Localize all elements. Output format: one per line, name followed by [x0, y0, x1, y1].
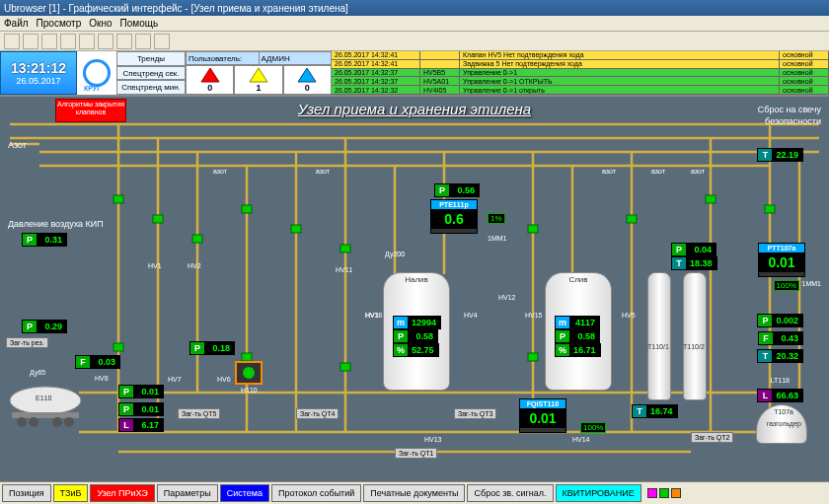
fbtn-uzel[interactable]: Узел ПРиХЭ — [90, 484, 154, 502]
ind-l617[interactable]: L6.17 — [118, 418, 164, 432]
svg-rect-33 — [706, 195, 716, 203]
trend-sec[interactable]: Спецтренд сек. — [116, 66, 186, 81]
ind-pte111p[interactable]: PTE111p 0.6 — [430, 199, 478, 234]
pct-100a: 100% — [580, 422, 606, 433]
event-row: 26.05.2017 14:32:41Задвижка 5 Нет подтве… — [332, 60, 829, 69]
btn-zag-rez[interactable]: Заг-ть рез. — [6, 337, 48, 348]
cyl-t1101[interactable] — [647, 272, 671, 400]
red-alarm-box[interactable]: Алгоритмы закрытия клапанов — [55, 99, 126, 122]
fbtn-tzib[interactable]: ТЗиБ — [53, 484, 89, 502]
lbl-hv15: HV15 — [525, 312, 543, 319]
btn-zag-qt1[interactable]: Заг-ть QT1 — [395, 448, 437, 459]
ind-l6663[interactable]: L66.63 — [757, 389, 803, 402]
event-log[interactable]: 26.05.2017 14:32:41Клапан HV5 Нет подтве… — [332, 51, 829, 95]
ind-p058b[interactable]: P0.58 — [555, 329, 600, 343]
ind-m12994[interactable]: m12994 — [393, 316, 441, 329]
btn-zag-qt3[interactable]: Заг-ть QT3 — [454, 408, 496, 419]
alarm-yellow[interactable]: 1 — [234, 65, 282, 95]
ind-t2219[interactable]: T22.19 — [757, 148, 803, 162]
lbl-h110: H110 — [241, 387, 258, 394]
tb-btn-9[interactable] — [154, 34, 170, 49]
ind-p018[interactable]: P0.18 — [189, 341, 235, 355]
tb-btn-1[interactable] — [4, 34, 20, 49]
pct-1: 1% — [488, 213, 505, 224]
ind-ptt107a[interactable]: PTT107a 0.01 — [758, 243, 805, 277]
tb-btn-4[interactable] — [60, 34, 76, 49]
fbtn-reset-sound[interactable]: Сброс зв. сигнал. — [467, 484, 553, 502]
logo-text: КРУГ — [84, 85, 101, 92]
ind-fqist110[interactable]: FQIST110 0.01 — [519, 398, 566, 433]
lbl-hv7: HV7 — [168, 376, 182, 383]
fbtn-print[interactable]: Печатные документы — [363, 484, 465, 502]
scada-mimic[interactable]: Узел приема и хранения этилена Алгоритмы… — [0, 97, 829, 481]
btn-zag-qt2[interactable]: Заг-ть QT2 — [691, 432, 733, 443]
menu-view[interactable]: Просмотр — [37, 18, 82, 29]
lbl-azot-s1: азот — [213, 168, 227, 175]
alarm-blue[interactable]: 0 — [283, 65, 332, 95]
ind-p029[interactable]: P0.29 — [22, 320, 67, 333]
ind-t1838[interactable]: T18.38 — [671, 256, 717, 270]
tb-btn-5[interactable] — [79, 34, 95, 49]
ind-p058a[interactable]: P0.58 — [393, 329, 438, 343]
svg-point-43 — [52, 417, 62, 427]
svg-marker-1 — [250, 68, 267, 82]
logo-icon: КРУГ — [83, 59, 111, 87]
tb-btn-3[interactable] — [41, 34, 57, 49]
tank-hdr-naliv: Налив — [405, 275, 428, 284]
status-dot-1 — [647, 488, 657, 498]
menubar: Файл Просмотр Окно Помощь — [0, 16, 829, 32]
tb-btn-7[interactable] — [116, 34, 132, 49]
menu-file[interactable]: Файл — [4, 18, 29, 29]
pump-h110[interactable] — [235, 361, 263, 385]
pump-run-icon — [243, 367, 255, 379]
tb-btn-6[interactable] — [98, 34, 113, 49]
fbtn-ack[interactable]: КВИТИРОВАНИЕ — [556, 484, 641, 502]
ind-m4117[interactable]: m4117 — [555, 316, 600, 329]
fbtn-system[interactable]: Система — [220, 484, 269, 502]
trends-title[interactable]: Тренды — [116, 51, 186, 66]
fbtn-params[interactable]: Параметры — [157, 484, 218, 502]
svg-rect-34 — [765, 205, 775, 213]
ind-p004[interactable]: P0.04 — [671, 243, 716, 256]
ind-t2032[interactable]: T20.32 — [757, 349, 803, 363]
svg-rect-30 — [340, 245, 350, 252]
trend-min[interactable]: Спецтренд мин. — [116, 80, 186, 95]
status-dot-2 — [659, 488, 669, 498]
ind-p-kip[interactable]: P0.31 — [22, 233, 67, 247]
svg-rect-31 — [528, 225, 538, 233]
railcar-icon — [4, 383, 87, 428]
lbl-gaz: газгольдер — [767, 420, 801, 427]
tb-btn-2[interactable] — [23, 34, 38, 49]
ind-p056a[interactable]: P0.56 — [434, 183, 480, 197]
svg-marker-2 — [298, 68, 316, 82]
svg-rect-36 — [242, 353, 252, 361]
ind-p002[interactable]: P0.002 — [757, 314, 803, 327]
ind-t1674[interactable]: T16.74 — [632, 404, 678, 418]
ind-pc5275[interactable]: %52.75 — [393, 343, 439, 357]
lbl-hv5: HV5 — [622, 312, 636, 319]
ind-pc1671[interactable]: %16.71 — [555, 343, 601, 357]
cyl-t1102[interactable] — [683, 272, 707, 400]
lbl-hv2: HV2 — [188, 262, 201, 269]
clock-panel: 13:21:12 26.05.2017 — [0, 51, 77, 95]
lbl-t1102: T110/2 — [683, 343, 705, 350]
ind-f003[interactable]: F0.03 — [75, 355, 120, 369]
ind-p001b[interactable]: P0.01 — [118, 402, 164, 416]
svg-marker-0 — [201, 68, 219, 82]
alarm-red[interactable]: 0 — [186, 65, 234, 95]
lbl-hv6: HV6 — [217, 376, 231, 383]
menu-window[interactable]: Окно — [89, 18, 112, 29]
lbl-lt118: LT118 — [771, 377, 790, 384]
fbtn-position[interactable]: Позиция — [2, 484, 51, 502]
tb-btn-8[interactable] — [135, 34, 151, 49]
pct-100b: 100% — [774, 280, 799, 291]
fbtn-protocol[interactable]: Протокол событий — [271, 484, 361, 502]
lbl-t1101: T110/1 — [647, 343, 669, 350]
ind-p001a[interactable]: P0.01 — [118, 385, 164, 398]
ind-f043[interactable]: F0.43 — [758, 331, 803, 345]
btn-zag-qt4[interactable]: Заг-ть QT4 — [296, 408, 339, 419]
status-dot-3 — [671, 488, 681, 498]
header-strip: 13:21:12 26.05.2017 КРУГ Тренды Спецтрен… — [0, 51, 829, 97]
btn-zag-qt5[interactable]: Заг-ть QT5 — [178, 408, 220, 419]
menu-help[interactable]: Помощь — [120, 18, 159, 29]
